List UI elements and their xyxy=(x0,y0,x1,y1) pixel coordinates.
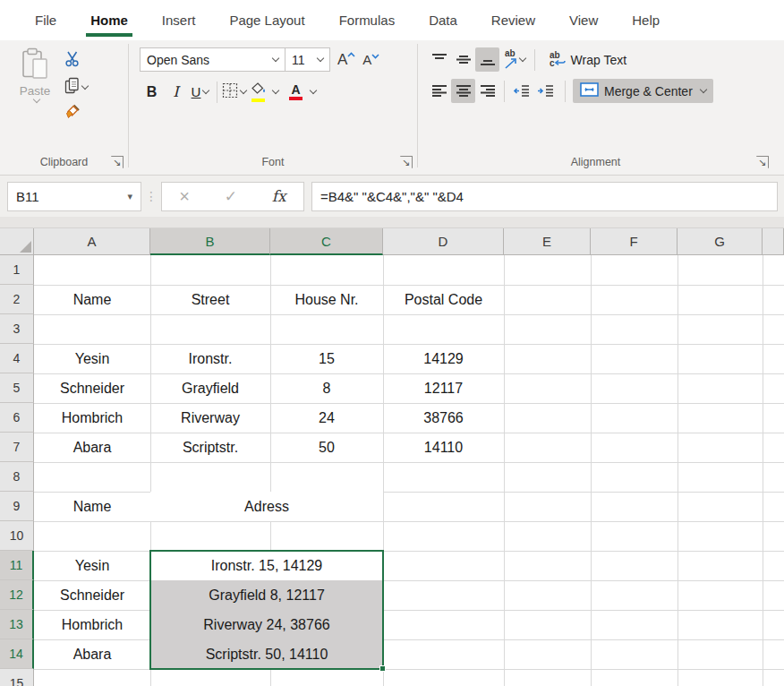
cancel-icon[interactable]: × xyxy=(179,187,190,205)
cell-B14[interactable]: Scriptstr. 50, 14110 xyxy=(150,639,383,669)
cell-B7[interactable]: Scriptstr. xyxy=(150,433,270,462)
insert-function-icon[interactable]: fx xyxy=(272,187,286,205)
tab-help[interactable]: Help xyxy=(615,0,677,40)
row-header-8[interactable]: 8 xyxy=(0,462,34,492)
column-header-G[interactable]: G xyxy=(677,228,763,255)
font-size-combobox[interactable]: 11 xyxy=(285,47,330,72)
row-header-2[interactable]: 2 xyxy=(0,285,34,314)
formula-input[interactable]: =B4&" "&C4&","&" "&D4 xyxy=(311,182,778,211)
tab-file[interactable]: File xyxy=(18,0,73,40)
font-name-combobox[interactable]: Open Sans xyxy=(140,47,285,72)
cell-D6[interactable]: 38766 xyxy=(383,403,504,433)
row-header-5[interactable]: 5 xyxy=(0,373,34,403)
borders-icon xyxy=(222,82,238,102)
font-dialog-launcher[interactable]: ↘ xyxy=(400,156,413,168)
fill-handle[interactable] xyxy=(379,665,386,672)
clipboard-dialog-launcher[interactable]: ↘ xyxy=(111,156,124,168)
wrap-text-button[interactable]: ab c Wrap Text xyxy=(542,47,634,72)
copy-button[interactable] xyxy=(64,76,88,98)
name-box[interactable]: B11 ▾ xyxy=(7,182,141,211)
cell-B12[interactable]: Grayfield 8, 12117 xyxy=(150,580,383,610)
fill-color-button[interactable] xyxy=(246,80,270,104)
row-header-7[interactable]: 7 xyxy=(0,433,34,462)
cell-C2[interactable]: House Nr. xyxy=(270,285,383,314)
column-header-E[interactable]: E xyxy=(504,228,591,255)
cell-A5[interactable]: Schneider xyxy=(34,373,150,403)
cell-A14[interactable]: Abara xyxy=(34,639,150,669)
tab-formulas[interactable]: Formulas xyxy=(322,0,413,40)
italic-button[interactable]: I xyxy=(164,80,188,104)
row-header-11[interactable]: 11 xyxy=(0,551,34,580)
cell-B5[interactable]: Grayfield xyxy=(150,373,270,403)
tab-review[interactable]: Review xyxy=(474,0,552,40)
row-header-13[interactable]: 13 xyxy=(0,610,34,639)
row-header-12[interactable]: 12 xyxy=(0,580,34,610)
underline-button[interactable]: U xyxy=(188,80,212,104)
format-painter-button[interactable] xyxy=(64,102,88,124)
cell-B2[interactable]: Street xyxy=(150,285,270,314)
row-header-14[interactable]: 14 xyxy=(0,639,34,669)
column-header-A[interactable]: A xyxy=(34,228,150,255)
select-all-corner[interactable] xyxy=(0,228,34,255)
cell-C6[interactable]: 24 xyxy=(270,403,383,433)
row-header-15[interactable]: 15 xyxy=(0,669,34,686)
middle-align-button[interactable] xyxy=(451,47,475,72)
enter-check-icon[interactable]: ✓ xyxy=(225,187,237,206)
cut-button[interactable] xyxy=(64,50,88,72)
align-right-button[interactable] xyxy=(475,79,499,103)
excel-window: FileHomeInsertPage LayoutFormulasDataRev… xyxy=(0,0,784,686)
cell-B13[interactable]: Riverway 24, 38766 xyxy=(150,610,383,639)
orientation-button[interactable]: ab xyxy=(503,47,527,72)
increase-font-size-button[interactable]: A xyxy=(337,51,355,69)
cell-A2[interactable]: Name xyxy=(34,285,150,314)
top-align-button[interactable] xyxy=(427,47,451,72)
cell-C5[interactable]: 8 xyxy=(270,373,383,403)
tab-home[interactable]: Home xyxy=(73,0,145,40)
column-header-C[interactable]: C xyxy=(270,228,383,255)
alignment-dialog-launcher[interactable]: ↘ xyxy=(756,156,769,168)
cell-A13[interactable]: Hombrich xyxy=(34,610,150,639)
cell-D2[interactable]: Postal Code xyxy=(383,285,504,314)
align-center-button[interactable] xyxy=(451,79,475,103)
tab-data[interactable]: Data xyxy=(412,0,474,40)
cell-A12[interactable]: Schneider xyxy=(34,580,150,610)
row-header-9[interactable]: 9 xyxy=(0,492,34,521)
align-left-button[interactable] xyxy=(427,79,451,103)
cell-A9[interactable]: Name xyxy=(34,492,150,521)
column-header-partial[interactable] xyxy=(763,228,784,255)
cell-B11[interactable]: Ironstr. 15, 14129 xyxy=(150,551,383,580)
row-header-1[interactable]: 1 xyxy=(0,255,34,285)
bottom-align-button[interactable] xyxy=(475,47,499,72)
cell-D5[interactable]: 12117 xyxy=(383,373,504,403)
font-color-button[interactable]: A xyxy=(284,80,308,104)
cell-C7[interactable]: 50 xyxy=(270,433,383,462)
borders-button[interactable] xyxy=(222,80,246,104)
cell-B9[interactable]: Adress xyxy=(150,492,383,521)
row-header-10[interactable]: 10 xyxy=(0,521,34,551)
cell-D4[interactable]: 14129 xyxy=(383,344,504,373)
column-header-D[interactable]: D xyxy=(383,228,504,255)
merge-center-button[interactable]: Merge & Center xyxy=(573,79,713,103)
cell-D7[interactable]: 14110 xyxy=(383,433,504,462)
row-header-6[interactable]: 6 xyxy=(0,403,34,433)
paste-button[interactable]: Paste xyxy=(13,47,57,150)
increase-indent-button[interactable] xyxy=(533,79,558,103)
column-header-F[interactable]: F xyxy=(591,228,677,255)
column-header-B[interactable]: B xyxy=(150,228,270,255)
tab-insert[interactable]: Insert xyxy=(145,0,213,40)
decrease-font-size-button[interactable]: A xyxy=(362,52,379,67)
cell-B4[interactable]: Ironstr. xyxy=(150,344,270,373)
tab-page-layout[interactable]: Page Layout xyxy=(212,0,321,40)
row-header-3[interactable]: 3 xyxy=(0,314,34,344)
row-header-4[interactable]: 4 xyxy=(0,344,34,373)
tab-view[interactable]: View xyxy=(552,0,615,40)
cell-B6[interactable]: Riverway xyxy=(150,403,270,433)
cell-C4[interactable]: 15 xyxy=(270,344,383,373)
cell-A6[interactable]: Hombrich xyxy=(34,403,150,433)
cell-A4[interactable]: Yesin xyxy=(34,344,150,373)
name-box-dropdown-icon[interactable]: ▾ xyxy=(127,191,132,202)
decrease-indent-button[interactable] xyxy=(509,79,533,103)
bold-button[interactable]: B xyxy=(140,80,164,104)
cell-A7[interactable]: Abara xyxy=(34,433,150,462)
cell-A11[interactable]: Yesin xyxy=(34,551,150,580)
